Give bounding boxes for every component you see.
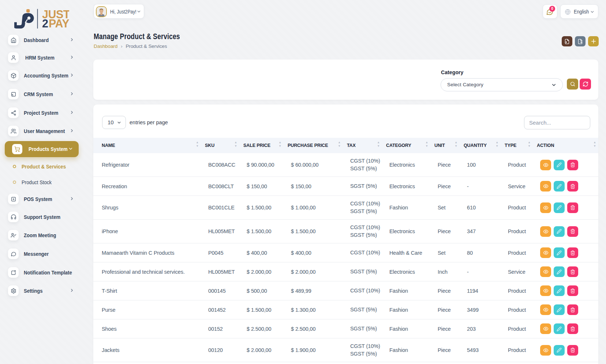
svg-text:2: 2: [42, 17, 48, 29]
svg-text:PAY: PAY: [49, 17, 69, 29]
